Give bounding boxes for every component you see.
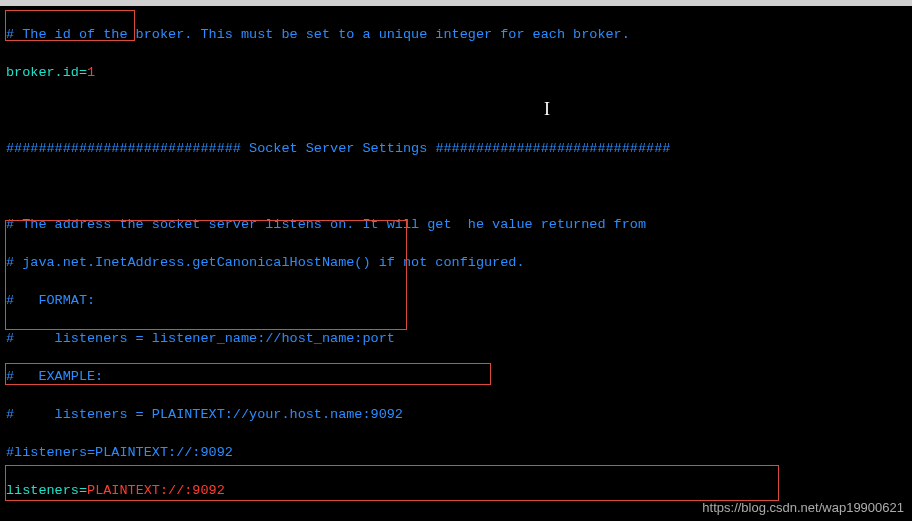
blank-line xyxy=(6,177,906,196)
terminal-window: # The id of the broker. This must be set… xyxy=(0,0,912,521)
blank-line xyxy=(6,101,906,120)
comment-line: # FORMAT: xyxy=(6,291,906,310)
watermark-text: https://blog.csdn.net/wap19900621 xyxy=(702,498,904,517)
broker-id-value: 1 xyxy=(87,65,95,80)
editor-content[interactable]: # The id of the broker. This must be set… xyxy=(0,6,912,521)
section-header: ############################# Socket Ser… xyxy=(6,139,906,158)
comment-line: # java.net.InetAddress.getCanonicalHostN… xyxy=(6,253,906,272)
broker-id-line: broker.id=1 xyxy=(6,63,906,82)
equals: = xyxy=(79,65,87,80)
hashes-right: ############################# xyxy=(435,141,670,156)
comment-line: # EXAMPLE: xyxy=(6,367,906,386)
comment-line: # The id of the broker. This must be set… xyxy=(6,25,906,44)
listeners-value: PLAINTEXT://:9092 xyxy=(87,483,225,498)
comment-line: # The address the socket server listens … xyxy=(6,215,906,234)
listeners-key: listeners xyxy=(6,483,79,498)
section-title: Socket Server Settings xyxy=(241,141,435,156)
comment-line: # listeners = listener_name://host_name:… xyxy=(6,329,906,348)
hashes-left: ############################# xyxy=(6,141,241,156)
equals: = xyxy=(79,483,87,498)
comment-line: #listeners=PLAINTEXT://:9092 xyxy=(6,443,906,462)
comment-line: # listeners = PLAINTEXT://your.host.name… xyxy=(6,405,906,424)
broker-id-key: broker.id xyxy=(6,65,79,80)
